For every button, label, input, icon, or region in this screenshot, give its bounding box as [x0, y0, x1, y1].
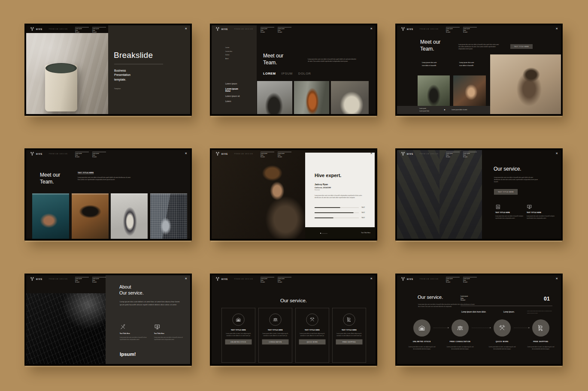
cup-shape — [45, 65, 77, 111]
unlimited-stock-button[interactable]: UNLIMITED STOCK — [225, 340, 252, 345]
pagination-dot[interactable] — [320, 233, 321, 234]
intro-paragraph: Lorep ipsum duis aute irure dolor in kau… — [458, 43, 500, 50]
closing-word: Ipsum! — [120, 351, 136, 357]
sidebar-link[interactable]: Dolore — [225, 54, 232, 56]
photo-team-member-1 — [257, 81, 292, 114]
text-title-button[interactable]: TEXT TITLE HERE — [510, 44, 533, 49]
slide-title: About Our service. — [119, 284, 144, 296]
icon-circle — [270, 314, 282, 326]
crossed-hammers-icon — [309, 317, 315, 322]
expert-name: Jadooy Ryan — [315, 183, 328, 186]
slide-title: Meet our Team. — [420, 39, 440, 52]
slide-thumbnail-team-portrait[interactable]: HIVE PREMIUM DESIGN Lorem ipsum Dolor Si… — [395, 24, 563, 116]
photo-caption-1: Lorep ipsum duis aute irure dolor in kau… — [422, 61, 436, 67]
close-icon[interactable]: ✕ — [556, 277, 558, 280]
footer-link[interactable]: Text Tittle Here — [361, 232, 370, 234]
photo-chevron-concrete — [397, 150, 482, 239]
skill-label: TEXT — [361, 212, 365, 214]
close-icon[interactable]: ✕ — [556, 27, 558, 30]
hive-logo-icon — [400, 277, 406, 282]
sidebar-menu-item-active[interactable]: Lorem ipsum Dolor — [225, 87, 240, 92]
section-heading: TEXT TITTLE HERE — [78, 172, 94, 174]
close-icon[interactable]: ✕ — [185, 277, 187, 280]
step-circle — [413, 319, 430, 337]
slide-thumbnail-hive-expert[interactable]: HIVE PREMIUM DESIGN Lorem ipsum Dolor Si… — [210, 148, 377, 241]
play-arrow-icon[interactable]: ▶ — [444, 109, 446, 111]
step-circle — [494, 319, 511, 337]
free-shipping-button[interactable]: FREE SHIPPING — [336, 340, 363, 345]
header-note-2: Lorem ipsum Dolor Sit amet — [278, 27, 291, 33]
service-card: TEXT TITTLE HERE Lorem ipsum dolor sit a… — [332, 308, 366, 363]
skill-label: TEXT — [361, 207, 365, 208]
step-text: Lorem ipsum dolor sit amet, con adipisci… — [408, 346, 436, 350]
header-note-1: Lorem ipsum Dolor Sit amet — [261, 27, 274, 33]
footer-links[interactable]: Lorem ipsum Lorem ipsum Dolor — [419, 108, 429, 112]
intro-paragraph: Lorep ipsum duis aute irure dolor in kau… — [494, 176, 539, 183]
slide-thumbnail-service-process[interactable]: HIVE PREMIUM DESIGN Lorem ipsum Dolor Si… — [395, 274, 563, 366]
sidebar-menu-item[interactable]: Lorem ipsum sit — [225, 95, 240, 98]
sidebar-menu-item[interactable]: Lorem — [225, 100, 240, 103]
feature-text: Lorep ipsum duis aute irure dolor in kau… — [154, 336, 187, 340]
card-title: TEXT TITTLE HERE — [268, 329, 283, 331]
expert-card: Hive expert. Jadooy Ryan California, 23/… — [305, 153, 375, 227]
brand-tagline: PREMIUM DESIGN — [234, 153, 253, 155]
slide-title: Our service. — [212, 298, 376, 304]
close-icon[interactable]: ✕ — [370, 152, 373, 155]
slide-thumbnail-breakslide[interactable]: HIVE PREMIUM DESIGN Lorem ipsum Dolor Si… — [24, 24, 192, 116]
feature-title: Text Tittle Here — [120, 333, 152, 334]
close-icon[interactable]: ✕ — [185, 152, 187, 155]
card-text: Lorem ipsum dolor sit amet, luctu adipis… — [225, 333, 252, 337]
feature-text: Lorep ipsum duis aute irure dolor in kau… — [527, 215, 557, 220]
close-icon[interactable]: ✕ — [556, 152, 558, 155]
feature-title: Text Tittle Here — [154, 333, 187, 334]
header-note-2: Lorem ipsum Dolor Sit amet — [92, 277, 106, 283]
sidebar-link[interactable]: Amet — [225, 58, 232, 60]
tab-dolor[interactable]: DOLOR — [298, 72, 311, 75]
slide-thumbnail-service-split[interactable]: HIVE PREMIUM DESIGN Lorem ipsum Dolor Si… — [395, 148, 563, 241]
close-icon[interactable]: ✕ — [185, 27, 187, 30]
footer-text: Lorem ipsum dolor sit amet . — [452, 109, 468, 111]
photo-team-member-3 — [111, 193, 148, 239]
photo-team-member-2 — [72, 193, 109, 239]
corner-note: Lorem ipsum Dolor Sit amet — [461, 295, 468, 301]
sidebar-link[interactable]: Lorem duis — [225, 51, 232, 52]
feature-title: TEXT TITTLE HERE — [495, 212, 526, 214]
slide-thumbnail-about-service[interactable]: HIVE PREMIUM DESIGN Lorem ipsum Dolor Si… — [24, 274, 192, 366]
consultation-button[interactable]: CONSULTATION — [262, 340, 289, 345]
brand-label: HIVE — [36, 278, 43, 280]
card-title: TEXT TITTLE HERE — [231, 329, 246, 331]
slide-thumbnail-service-cards[interactable]: HIVE PREMIUM DESIGN Lorem ipsum Dolor Si… — [210, 274, 377, 366]
card-footer: Text Tittle Here — [305, 227, 376, 239]
icon-circle — [306, 314, 318, 326]
hive-logo-icon — [30, 151, 35, 156]
sidebar-menu-item[interactable]: Lorem ipsum — [225, 82, 240, 85]
tab-ipsum[interactable]: IPSUM — [282, 72, 293, 75]
step-text: Lorem ipsum dolor sit amet, con adipisci… — [488, 346, 516, 350]
sidebar-link[interactable]: Lorem — [225, 47, 232, 48]
photo-ceramic-cup — [26, 33, 108, 114]
skill-track — [315, 213, 359, 214]
tab-lorem[interactable]: LOREM — [263, 72, 276, 75]
header-note-1: Lorem ipsum Dolor Sit amet — [261, 277, 274, 283]
slide-thumbnail-team-tabs[interactable]: HIVE PREMIUM DESIGN Lorem ipsum Dolor Si… — [210, 24, 377, 116]
text-title-button[interactable]: TEXT TITTLE HERE — [494, 189, 518, 195]
card-title: TEXT TITTLE HERE — [342, 329, 357, 331]
crossed-tools-icon — [120, 324, 126, 330]
feature-item: TEXT TITTLE HERE Lorep ipsum duis aute i… — [495, 204, 526, 220]
expert-meta: California, 23/14/1990 — [315, 186, 331, 189]
step-circle — [452, 319, 469, 337]
header-note-1: Lorem ipsum Dolor Sit amet — [446, 27, 460, 33]
feature-text: Lorep ipsum duis aute irure dolor in kau… — [495, 215, 526, 220]
slide-grid: HIVE PREMIUM DESIGN Lorem ipsum Dolor Si… — [0, 0, 588, 391]
close-icon[interactable]: ✕ — [370, 27, 373, 30]
slide-thumbnail-team-four[interactable]: HIVE PREMIUM DESIGN Lorem ipsum Dolor Si… — [24, 148, 192, 241]
team-tabs: LOREM IPSUM DOLOR — [263, 72, 311, 75]
warehouse-icon — [418, 325, 426, 332]
intro-paragraph: Lorep ipsum duis aute doloris sit amet k… — [120, 300, 184, 306]
close-icon[interactable]: ✕ — [370, 277, 373, 280]
skill-bar-row: TEXT — [315, 217, 366, 219]
quick-work-button[interactable]: QUICK WORK — [299, 340, 326, 345]
hand-truck-icon — [537, 325, 545, 332]
photo-team-member-4 — [150, 193, 187, 239]
header-note-1: Lorem ipsum Dolor Sit amet — [75, 27, 89, 33]
